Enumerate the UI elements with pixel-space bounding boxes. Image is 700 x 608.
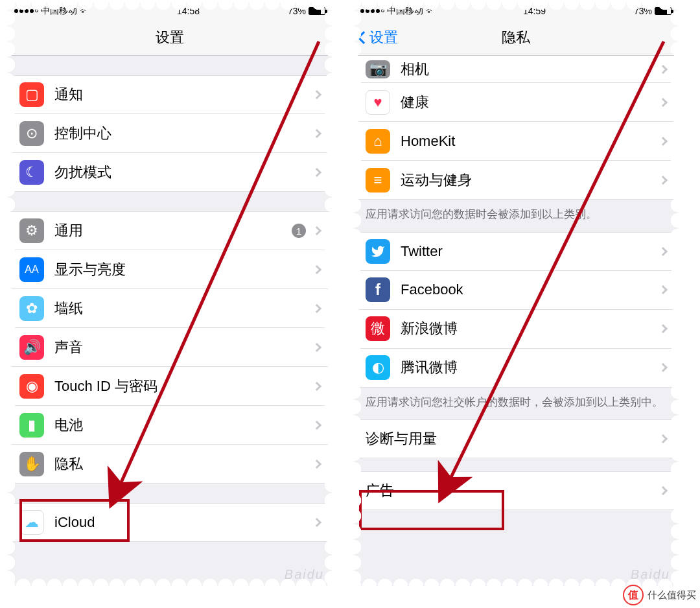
icloud-icon: ☁ bbox=[19, 510, 44, 535]
row-label: 腾讯微博 bbox=[401, 358, 660, 377]
smzdm-logo-icon: 值 bbox=[623, 585, 644, 605]
weibo-icon: 微 bbox=[366, 316, 390, 341]
control-center-icon: ⊙ bbox=[19, 121, 44, 146]
row-label: Twitter bbox=[401, 243, 660, 260]
chevron-right-icon bbox=[312, 264, 321, 274]
row-control-center[interactable]: ⊙ 控制中心 bbox=[8, 114, 332, 153]
row-label: 电池 bbox=[54, 415, 314, 435]
settings-list: ▢ 通知 ⊙ 控制中心 ☾ 勿扰模式 ⚙ 通用 1 A bbox=[8, 56, 332, 542]
general-icon: ⚙ bbox=[19, 218, 44, 243]
status-bar: 中国移动 ᯤ 14:58 73% bbox=[8, 3, 332, 19]
row-homekit[interactable]: ⌂ HomeKit bbox=[354, 122, 678, 161]
row-label: 隐私 bbox=[54, 454, 314, 474]
row-facebook[interactable]: f Facebook bbox=[354, 271, 678, 310]
row-sound[interactable]: 🔊 声音 bbox=[8, 328, 332, 367]
nav-bar: 设置 bbox=[8, 19, 332, 56]
chevron-right-icon bbox=[312, 303, 321, 312]
battery-row-icon: ▮ bbox=[19, 413, 44, 438]
page-title: 隐私 bbox=[502, 28, 530, 47]
chevron-right-icon bbox=[312, 459, 321, 468]
chevron-right-icon bbox=[659, 175, 668, 184]
chevron-right-icon bbox=[312, 420, 321, 429]
tencent-weibo-icon: ◐ bbox=[366, 355, 390, 380]
chevron-right-icon bbox=[312, 226, 321, 235]
nav-bar: 设置 隐私 bbox=[354, 19, 678, 56]
battery-percent: 73% bbox=[634, 6, 652, 16]
carrier-label: 中国移动 bbox=[41, 5, 77, 17]
privacy-screen: 中国移动 ᯤ 14:59 73% 设置 隐私 📷 相机 ♥ bbox=[354, 3, 678, 586]
row-label: 勿扰模式 bbox=[54, 163, 314, 182]
row-privacy[interactable]: ✋ 隐私 bbox=[8, 445, 332, 484]
section-footer: 应用请求访问您的数据时会被添加到以上类别。 bbox=[354, 200, 678, 232]
baidu-watermark: Baidu bbox=[285, 567, 324, 582]
chevron-right-icon bbox=[312, 90, 321, 99]
dnd-icon: ☾ bbox=[19, 160, 44, 185]
row-label: 墙纸 bbox=[54, 299, 314, 318]
battery-percent: 73% bbox=[288, 6, 306, 16]
status-bar: 中国移动 ᯤ 14:59 73% bbox=[354, 3, 678, 19]
row-diagnostics[interactable]: 诊断与用量 bbox=[354, 419, 678, 458]
carrier-label: 中国移动 bbox=[387, 5, 423, 17]
chevron-right-icon bbox=[659, 136, 668, 145]
row-label: Facebook bbox=[401, 281, 660, 298]
row-notifications[interactable]: ▢ 通知 bbox=[8, 75, 332, 114]
row-label: iCloud bbox=[54, 514, 314, 531]
display-icon: AA bbox=[19, 257, 44, 282]
chevron-right-icon bbox=[659, 285, 668, 294]
battery-icon bbox=[655, 7, 671, 15]
chevron-right-icon bbox=[659, 434, 668, 443]
chevron-right-icon bbox=[659, 324, 668, 333]
motion-icon: ≡ bbox=[366, 168, 390, 193]
nav-back-label: 设置 bbox=[369, 28, 398, 47]
signal-dots-icon bbox=[14, 9, 38, 13]
nav-back-button[interactable]: 设置 bbox=[359, 28, 398, 47]
row-wallpaper[interactable]: ✿ 墙纸 bbox=[8, 289, 332, 328]
wifi-icon: ᯤ bbox=[80, 6, 89, 16]
row-display[interactable]: AA 显示与亮度 bbox=[8, 250, 332, 289]
homekit-icon: ⌂ bbox=[366, 129, 390, 154]
privacy-icon: ✋ bbox=[19, 452, 44, 476]
row-dnd[interactable]: ☾ 勿扰模式 bbox=[8, 153, 332, 192]
row-label: 显示与亮度 bbox=[54, 260, 314, 279]
chevron-right-icon bbox=[312, 128, 321, 137]
row-label: 声音 bbox=[54, 338, 314, 357]
row-touchid[interactable]: ◉ Touch ID 与密码 bbox=[8, 367, 332, 406]
chevron-right-icon bbox=[312, 342, 321, 351]
row-label: 新浪微博 bbox=[401, 319, 660, 338]
sound-icon: 🔊 bbox=[19, 335, 44, 360]
chevron-left-icon bbox=[357, 31, 370, 44]
battery-icon bbox=[309, 7, 325, 15]
row-camera[interactable]: 📷 相机 bbox=[354, 56, 678, 83]
row-icloud[interactable]: ☁ iCloud bbox=[8, 503, 332, 542]
chevron-right-icon bbox=[659, 246, 668, 255]
signal-dots-icon bbox=[360, 9, 384, 13]
smzdm-watermark: 值 什么值得买 bbox=[623, 585, 696, 605]
chevron-right-icon bbox=[659, 486, 668, 495]
chevron-right-icon bbox=[659, 97, 668, 106]
row-label: 运动与健身 bbox=[401, 170, 660, 190]
row-label: 健康 bbox=[401, 93, 660, 112]
health-icon: ♥ bbox=[366, 90, 390, 115]
row-motion[interactable]: ≡ 运动与健身 bbox=[354, 161, 678, 200]
row-general[interactable]: ⚙ 通用 1 bbox=[8, 211, 332, 250]
row-label: 控制中心 bbox=[54, 124, 314, 143]
row-tencent-weibo[interactable]: ◐ 腾讯微博 bbox=[354, 349, 678, 388]
row-twitter[interactable]: Twitter bbox=[354, 232, 678, 271]
clock-label: 14:58 bbox=[177, 6, 200, 16]
twitter-icon bbox=[366, 239, 390, 264]
row-battery[interactable]: ▮ 电池 bbox=[8, 406, 332, 445]
row-health[interactable]: ♥ 健康 bbox=[354, 83, 678, 122]
settings-screen: 中国移动 ᯤ 14:58 73% 设置 ▢ 通知 ⊙ 控制中心 bbox=[8, 3, 332, 586]
smzdm-text: 什么值得买 bbox=[648, 589, 696, 602]
row-ads[interactable]: 广告 bbox=[354, 471, 678, 510]
facebook-icon: f bbox=[366, 277, 390, 302]
row-weibo[interactable]: 微 新浪微博 bbox=[354, 310, 678, 349]
page-title: 设置 bbox=[156, 28, 184, 47]
clock-label: 14:59 bbox=[523, 6, 546, 16]
chevron-right-icon bbox=[659, 64, 668, 73]
chevron-right-icon bbox=[312, 381, 321, 390]
row-label: Touch ID 与密码 bbox=[54, 377, 314, 396]
chevron-right-icon bbox=[659, 363, 668, 372]
row-label: 相机 bbox=[401, 60, 660, 79]
chevron-right-icon bbox=[312, 167, 321, 176]
